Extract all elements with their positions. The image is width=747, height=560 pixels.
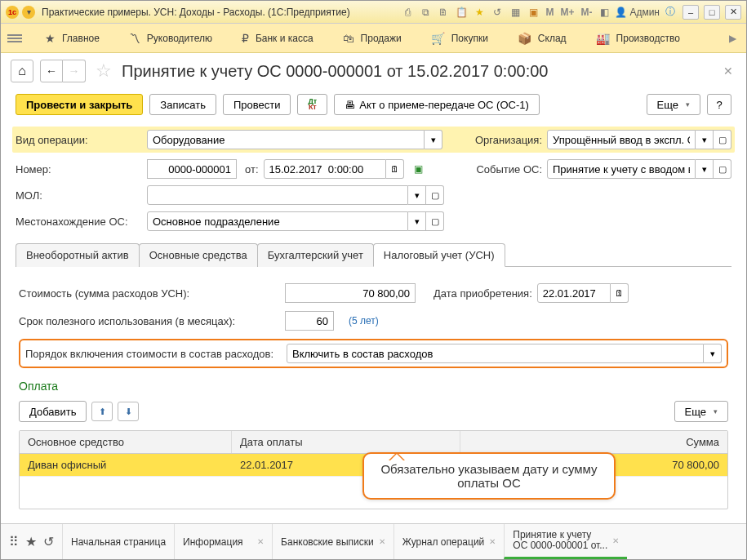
event-field[interactable] [547,159,696,179]
box-icon: 📦 [518,32,531,45]
bottom-tools: ⠿ ★ ↺ [1,524,62,559]
doc-icon[interactable]: 🗎 [436,5,451,20]
date-picker-icon[interactable]: 🗓 [386,159,404,179]
mol-open-icon[interactable]: ▢ [426,185,444,205]
acq-date-field[interactable] [537,283,611,303]
page-header: ⌂ ← → ☆ Принятие к учету ОС 0000-000001 … [1,53,746,89]
commit-and-close-button[interactable]: Провести и закрыть [16,94,143,115]
payment-section-title: Оплата [19,380,728,393]
organization-open-icon[interactable]: ▢ [714,130,731,149]
bottom-tab-bank[interactable]: Банковские выписки✕ [272,524,394,559]
titlebar-menu-icon[interactable]: ▾ [22,6,35,19]
favorite-footer-icon[interactable]: ★ [25,534,37,549]
close-page-button[interactable]: ✕ [720,61,736,81]
back-button[interactable]: ← [40,60,63,82]
bag-icon: 🛍 [343,32,354,45]
favorite-icon[interactable]: ★ [472,5,487,20]
close-icon[interactable]: ✕ [612,536,619,545]
move-down-button[interactable]: ⬇ [118,402,139,421]
menu-sales[interactable]: 🛍Продажи [328,24,416,52]
col-asset[interactable]: Основное средство [20,431,232,453]
location-open-icon[interactable]: ▢ [426,211,444,231]
save-button[interactable]: Записать [149,94,216,115]
info-icon[interactable]: ⓘ [663,5,678,20]
number-field[interactable] [147,159,237,179]
close-icon[interactable]: ✕ [489,537,496,546]
mol-field[interactable] [147,185,408,205]
useful-life-field[interactable] [285,311,334,331]
hint-callout: Обязательно указываем дату и сумму оплат… [362,452,616,500]
memory-m-plus[interactable]: M+ [558,7,576,18]
tab-assets-list[interactable]: Основные средства [139,243,258,267]
menu-toggle-icon[interactable] [7,34,22,42]
menu-main[interactable]: ★Главное [30,24,114,52]
forward-button[interactable]: → [63,60,86,82]
col-sum[interactable]: Сумма [460,431,727,453]
tab-tax-usn[interactable]: Налоговый учет (УСН) [373,243,505,267]
page-favorite-icon[interactable]: ☆ [96,60,112,82]
menu-warehouse[interactable]: 📦Склад [503,24,581,52]
acq-date-label: Дата приобретения: [434,287,532,300]
close-icon[interactable]: ✕ [379,537,385,546]
mol-dropdown-icon[interactable]: ▾ [408,185,426,205]
calc-icon[interactable]: ▦ [508,5,522,20]
include-field[interactable] [287,344,704,363]
close-window-button[interactable]: ✕ [725,5,741,20]
action-bar: Провести и закрыть Записать Провести ДтК… [1,89,746,123]
minimize-button[interactable]: – [683,5,699,20]
date-field[interactable] [264,159,386,179]
include-dropdown-icon[interactable]: ▾ [704,344,722,363]
bottom-bar: ⠿ ★ ↺ Начальная страница Информация✕ Бан… [1,523,746,559]
operation-type-dropdown-icon[interactable]: ▾ [425,130,442,149]
menu-manager[interactable]: 〽Руководителю [114,24,227,52]
menu-scroll-right-icon[interactable]: ▶ [726,33,740,44]
highlight-include-expenses: Порядок включения стоимости в состав рас… [19,339,728,368]
bottom-tab-info[interactable]: Информация✕ [174,524,272,559]
ruble-icon: ₽ [242,32,249,45]
more-button[interactable]: Еще [647,94,700,115]
event-dropdown-icon[interactable]: ▾ [696,159,714,179]
acq-date-picker-icon[interactable]: 🗓 [611,283,629,303]
payment-more-button[interactable]: Еще [674,401,728,422]
bottom-tab-current[interactable]: Принятие к учетуОС 0000-000001 от... ✕ [504,524,627,559]
cost-field[interactable] [285,283,416,303]
history-icon[interactable]: ↺ [490,5,505,20]
act-button[interactable]: 🖶Акт о приеме-передаче ОС (ОС-1) [334,94,540,115]
payment-toolbar: Добавить ⬆ ⬇ Еще [19,401,728,422]
sound-icon[interactable]: ◧ [597,5,611,20]
location-field[interactable] [147,211,408,231]
history-footer-icon[interactable]: ↺ [43,534,54,549]
commit-button[interactable]: Провести [223,94,291,115]
bottom-tab-journal[interactable]: Журнал операций✕ [394,524,505,559]
menu-bank[interactable]: ₽Банк и касса [227,24,328,52]
help-button[interactable]: ? [707,94,731,115]
copy-icon[interactable]: ⧉ [418,5,433,20]
home-button[interactable]: ⌂ [11,60,33,82]
calendar-icon[interactable]: ▣ [526,5,540,20]
location-label: Местонахождение ОС: [16,216,142,228]
organization-field[interactable] [547,130,696,149]
user-indicator[interactable]: 👤 Админ [615,7,660,18]
organization-dropdown-icon[interactable]: ▾ [696,130,714,149]
clipboard-icon[interactable]: 📋 [454,5,469,20]
location-dropdown-icon[interactable]: ▾ [408,211,426,231]
memory-m-minus[interactable]: M- [579,7,594,18]
print-icon[interactable]: ⎙ [400,5,415,20]
apps-icon[interactable]: ⠿ [9,534,19,549]
close-icon[interactable]: ✕ [257,537,264,546]
add-row-button[interactable]: Добавить [19,401,87,422]
event-open-icon[interactable]: ▢ [714,159,731,179]
tab-accounting[interactable]: Бухгалтерский учет [257,243,374,267]
col-date[interactable]: Дата оплаты [232,431,460,453]
dtkt-button[interactable]: ДтКт [297,94,327,115]
move-up-button[interactable]: ⬆ [91,402,113,421]
menu-purchases[interactable]: 🛒Покупки [416,24,503,52]
operation-type-field[interactable] [147,130,425,149]
menu-production[interactable]: 🏭Производство [581,24,695,52]
memory-m[interactable]: M [544,7,555,18]
status-ok-icon: ▣ [414,163,423,175]
maximize-button[interactable]: □ [704,5,720,20]
number-label: Номер: [16,163,142,176]
bottom-tab-start[interactable]: Начальная страница [62,524,174,559]
tab-fixed-asset[interactable]: Внеоборотный актив [16,243,140,267]
